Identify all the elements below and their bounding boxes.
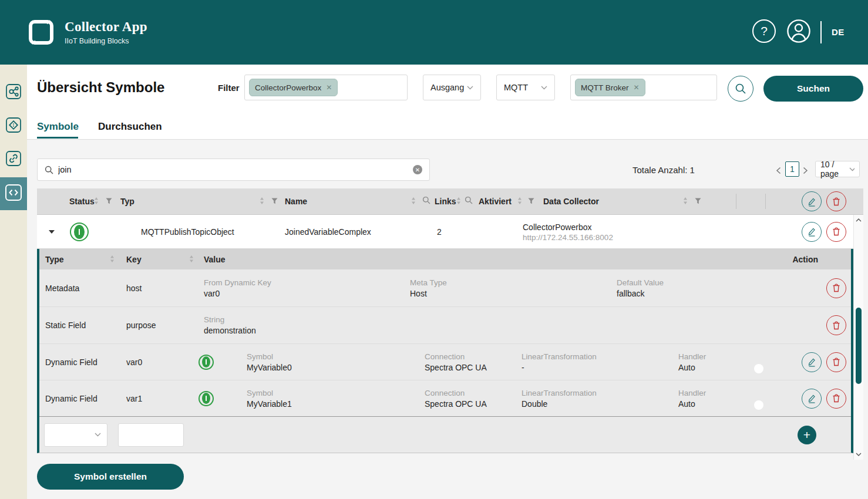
field-value: demonstration — [204, 325, 256, 336]
symbol-search-input[interactable] — [58, 165, 408, 174]
detail-type: Dynamic Field — [45, 358, 97, 367]
filter-icon[interactable] — [106, 196, 112, 207]
new-field-key-input[interactable] — [118, 423, 184, 447]
pagination-next-icon[interactable] — [803, 166, 808, 177]
col-name: Name — [285, 197, 307, 206]
delete-field-button[interactable] — [826, 352, 846, 372]
active-tab-indicator — [37, 137, 78, 139]
pagination-page-1[interactable]: 1 — [785, 161, 799, 177]
scroll-down-icon[interactable] — [854, 450, 863, 458]
advanced-search-button[interactable] — [728, 76, 753, 102]
sidebar-item-links[interactable] — [0, 143, 27, 176]
sort-icon[interactable] — [94, 196, 99, 207]
field-value: fallback — [617, 288, 664, 299]
field-label: LinearTransformation — [522, 351, 597, 362]
field-value: Auto — [678, 362, 706, 373]
new-field-type-select[interactable] — [44, 423, 107, 447]
page-title: Übersicht Symbole — [37, 79, 164, 96]
field-value: - — [522, 362, 597, 373]
edit-field-button[interactable] — [802, 352, 822, 372]
symbols-table: Status Typ Name Links Aktiviert Data Col… — [37, 188, 863, 460]
sidebar-item-workflows[interactable] — [0, 76, 27, 109]
filter-icon[interactable] — [528, 196, 534, 207]
remove-tag-icon[interactable]: ✕ — [634, 84, 640, 91]
collapse-row-icon[interactable] — [49, 230, 55, 234]
status-ok-icon — [70, 222, 89, 241]
sort-icon[interactable] — [683, 196, 688, 207]
column-separator — [736, 194, 736, 209]
total-count-label: Totale Anzahl: 1 — [633, 165, 695, 175]
delete-field-button[interactable] — [826, 315, 846, 335]
sidebar-item-symbols[interactable] — [0, 110, 27, 143]
sort-icon[interactable] — [411, 196, 416, 207]
language-switch[interactable]: DE — [832, 27, 845, 37]
detail-key: var1 — [126, 394, 142, 403]
search-icon[interactable] — [422, 196, 430, 207]
symbol-row[interactable]: MQTTPublishTopicObject JoinedVariableCom… — [37, 215, 853, 249]
app-title: Collector App — [65, 19, 147, 35]
scroll-up-icon[interactable] — [854, 216, 863, 224]
code-icon — [5, 184, 22, 204]
broker-filter-input[interactable]: MQTT Broker ✕ — [570, 75, 717, 100]
create-symbol-button[interactable]: Symbol erstellen — [37, 464, 184, 490]
app-title-block: Collector App IIoT Building Blocks — [65, 19, 147, 45]
pagination-prev-icon[interactable] — [776, 166, 781, 177]
page-size-select[interactable]: 10 / page — [815, 161, 860, 177]
search-submit-button[interactable]: Suchen — [763, 76, 863, 102]
delete-icon[interactable] — [826, 191, 846, 211]
workflow-icon — [5, 83, 22, 102]
direction-select[interactable]: Ausgang — [423, 75, 481, 100]
filter-icon[interactable] — [695, 196, 701, 207]
sort-icon[interactable] — [189, 254, 194, 265]
field-label: Handler — [678, 387, 706, 399]
detail-key: var0 — [126, 358, 142, 367]
detail-row-dynamic-var1: Dynamic Field var1 Symbol MyVariable1 Co… — [39, 380, 851, 416]
field-value: Auto — [678, 399, 706, 410]
clear-search-icon[interactable]: ✕ — [413, 165, 422, 174]
detail-field: LinearTransformation - — [522, 351, 597, 373]
filter-label: Filter — [218, 83, 240, 93]
field-label: Symbol — [247, 351, 292, 362]
edit-symbol-button[interactable] — [802, 222, 822, 242]
field-label: Connection — [425, 387, 487, 399]
delete-field-button[interactable] — [826, 278, 846, 298]
sidebar-item-code-symbols[interactable] — [0, 177, 27, 210]
edit-icon[interactable] — [802, 191, 822, 211]
table-scrollbar[interactable] — [853, 215, 863, 460]
scrollbar-thumb[interactable] — [856, 308, 862, 384]
detail-field: Default Value fallback — [617, 277, 664, 299]
detail-field: From Dynamic Key var0 — [204, 277, 271, 299]
help-icon[interactable]: ? — [752, 19, 776, 43]
details-header: Type Key Value Action — [39, 249, 851, 269]
delete-symbol-button[interactable] — [826, 222, 846, 242]
sort-icon[interactable] — [456, 196, 461, 207]
add-field-button[interactable]: + — [798, 426, 816, 444]
detail-key: purpose — [126, 321, 156, 330]
collector-filter-input[interactable]: CollectorPowerbox ✕ — [244, 75, 408, 100]
search-icon[interactable] — [465, 196, 473, 207]
col-action: Action — [792, 255, 818, 264]
col-links: Links — [435, 197, 456, 206]
sort-icon[interactable] — [517, 196, 522, 207]
field-label: Default Value — [617, 277, 664, 288]
field-value: Host — [410, 288, 447, 299]
protocol-select[interactable]: MQTT — [496, 75, 555, 100]
field-value: MyVariable1 — [247, 399, 292, 410]
field-value: MyVariable0 — [247, 362, 292, 373]
status-ok-icon — [199, 391, 214, 406]
detail-row-metadata: Metadata host From Dynamic Key var0 Meta… — [39, 269, 851, 306]
edit-field-button[interactable] — [802, 389, 822, 409]
remove-tag-icon[interactable]: ✕ — [326, 84, 332, 91]
user-icon[interactable] — [786, 19, 811, 43]
chevron-down-icon — [95, 433, 101, 437]
tab-browse[interactable]: Durchsuchen — [98, 121, 162, 133]
filter-tag-collector: CollectorPowerbox ✕ — [249, 79, 338, 96]
detail-type: Dynamic Field — [45, 394, 97, 403]
col-value: Value — [204, 255, 226, 264]
tab-symbols[interactable]: Symbole — [37, 121, 79, 133]
sort-icon[interactable] — [110, 254, 115, 265]
delete-field-button[interactable] — [826, 389, 846, 409]
sort-icon[interactable] — [260, 196, 264, 207]
filter-icon[interactable] — [271, 196, 278, 207]
app-subtitle: IIoT Building Blocks — [65, 37, 147, 45]
